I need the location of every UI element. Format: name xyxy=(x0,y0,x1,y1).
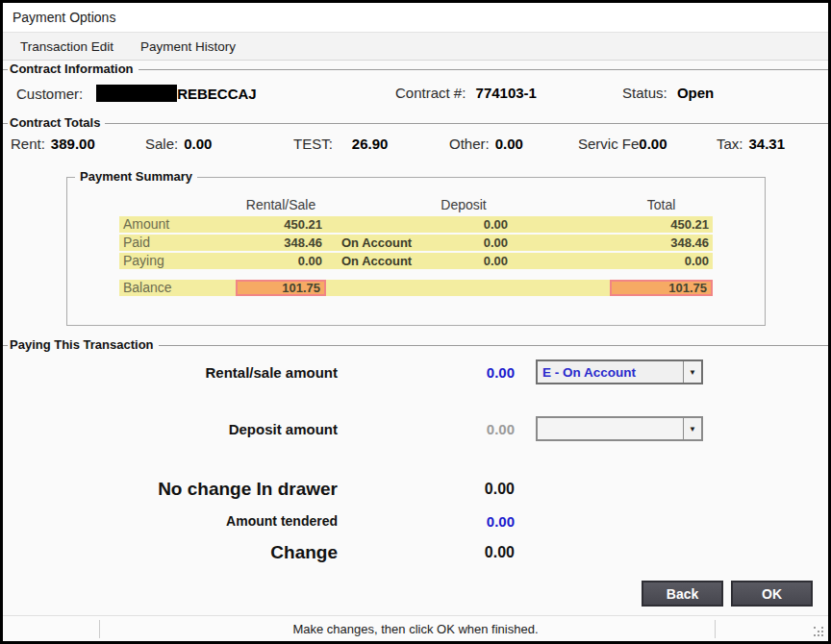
contract-number-label: Contract #: xyxy=(395,85,466,101)
amount-tendered-field[interactable]: 0.00 xyxy=(338,513,515,530)
sale-value: 0.00 xyxy=(184,136,212,152)
total-test: TEST:26.90 xyxy=(293,136,388,152)
total-service-fee: Servic Fe0.00 xyxy=(578,136,667,152)
paying-deposit: 0.00 xyxy=(416,253,512,269)
payment-summary-table: Rental/Sale Deposit Total Amount 450.21 … xyxy=(119,197,715,298)
summary-row-paid: Paid 348.46 On Account 0.00 348.46 xyxy=(119,235,715,251)
payment-options-window: Payment Options Transaction Edit Payment… xyxy=(0,0,831,644)
contract-totals-header: Contract Totals xyxy=(3,116,828,131)
menu-payment-history[interactable]: Payment History xyxy=(131,35,245,59)
service-fee-label: Servic Fe xyxy=(578,136,639,152)
rental-sale-amount-row: Rental/sale amount 0.00 E - On Account ▼ xyxy=(3,359,828,385)
col-total: Total xyxy=(610,197,713,216)
paid-rental: 348.46 xyxy=(236,235,326,251)
tax-label: Tax: xyxy=(717,136,743,152)
change-row: Change 0.00 xyxy=(3,539,828,566)
service-fee-value: 0.00 xyxy=(639,136,667,152)
amount-tendered-row: Amount tendered 0.00 xyxy=(3,508,828,534)
title-bar: Payment Options xyxy=(3,3,828,32)
balance-row-label: Balance xyxy=(119,280,236,296)
customer-field: Customer: REBECCAJ xyxy=(16,85,257,102)
other-value: 0.00 xyxy=(495,136,523,152)
summary-row-amount: Amount 450.21 0.00 450.21 xyxy=(119,216,715,233)
total-sale: Sale:0.00 xyxy=(145,136,212,152)
col-rental-sale: Rental/Sale xyxy=(236,197,326,216)
summary-row-paying: Paying 0.00 On Account 0.00 0.00 xyxy=(119,253,715,269)
status-message: Make changes, then click OK when finishe… xyxy=(3,622,828,636)
summary-row-balance: Balance 101.75 101.75 xyxy=(119,280,715,296)
rent-label: Rent: xyxy=(11,136,45,152)
dropdown-arrow-icon[interactable]: ▼ xyxy=(683,361,701,383)
deposit-amount-label: Deposit amount xyxy=(3,421,338,437)
amount-deposit: 0.00 xyxy=(416,216,512,233)
tax-value: 34.31 xyxy=(749,136,786,152)
paying-method: On Account xyxy=(326,253,416,269)
change-label: Change xyxy=(3,542,338,563)
window-title: Payment Options xyxy=(13,10,115,25)
summary-header-row: Rental/Sale Deposit Total xyxy=(119,197,715,216)
paying-section-header-wrap: Paying This Transaction xyxy=(3,338,828,353)
menu-bar: Transaction Edit Payment History xyxy=(3,32,828,61)
deposit-amount-field: 0.00 xyxy=(338,421,515,437)
rental-payment-method-value: E - On Account xyxy=(538,365,683,380)
paying-row-label: Paying xyxy=(119,253,236,269)
amount-method xyxy=(326,216,416,233)
paid-total: 348.46 xyxy=(610,235,713,251)
status-bar: Make changes, then click OK when finishe… xyxy=(3,615,828,641)
paid-row-label: Paid xyxy=(119,235,236,251)
total-rent: Rent:389.00 xyxy=(11,136,95,152)
status-label: Status: xyxy=(622,85,667,101)
col-deposit: Deposit xyxy=(416,197,512,216)
contract-information-row: Customer: REBECCAJ Contract #: 774103-1 … xyxy=(3,83,828,108)
contract-totals-title: Contract Totals xyxy=(8,115,105,130)
customer-label: Customer: xyxy=(16,86,83,102)
contract-information-title: Contract Information xyxy=(8,62,138,76)
rental-sale-amount-field[interactable]: 0.00 xyxy=(338,364,515,381)
payment-summary-groupbox: Payment Summary Rental/Sale Deposit Tota… xyxy=(66,177,766,326)
contract-totals-section: Contract Totals Rent:389.00 Sale:0.00 TE… xyxy=(3,116,828,159)
menu-transaction-edit[interactable]: Transaction Edit xyxy=(11,35,123,59)
total-other: Other:0.00 xyxy=(449,136,523,152)
rental-sale-amount-label: Rental/sale amount xyxy=(3,364,338,381)
paying-total: 0.00 xyxy=(610,253,713,269)
amount-row-label: Amount xyxy=(119,216,236,233)
payment-summary-title: Payment Summary xyxy=(75,169,197,184)
balance-rental: 101.75 xyxy=(236,280,326,296)
amount-tendered-label: Amount tendered xyxy=(3,513,338,529)
amount-total: 450.21 xyxy=(610,216,713,233)
contract-information-section: Contract Information Customer: REBECCAJ … xyxy=(3,62,828,108)
dropdown-arrow-icon[interactable]: ▼ xyxy=(683,418,701,439)
customer-value: REBECCAJ xyxy=(177,86,257,102)
test-value: 26.90 xyxy=(352,136,389,152)
deposit-payment-method-dropdown[interactable]: ▼ xyxy=(536,416,703,441)
back-button[interactable]: Back xyxy=(642,581,723,607)
rental-payment-method-dropdown[interactable]: E - On Account ▼ xyxy=(536,359,703,384)
contract-number-field: Contract #: 774103-1 xyxy=(395,85,537,101)
contract-totals-row: Rent:389.00 Sale:0.00 TEST:26.90 Other:0… xyxy=(3,136,828,159)
paid-method: On Account xyxy=(326,235,416,251)
amount-rental: 450.21 xyxy=(236,216,326,233)
other-label: Other: xyxy=(449,136,490,152)
change-value: 0.00 xyxy=(338,544,515,561)
status-field: Status: Open xyxy=(622,85,714,101)
paying-section-header: Paying This Transaction xyxy=(3,338,828,353)
status-value: Open xyxy=(677,85,714,101)
paying-section-title: Paying This Transaction xyxy=(8,337,159,352)
total-tax: Tax:34.31 xyxy=(717,136,785,152)
sale-label: Sale: xyxy=(145,136,178,152)
no-change-drawer-label: No change In drawer xyxy=(3,479,338,500)
paid-deposit: 0.00 xyxy=(416,235,512,251)
test-label: TEST: xyxy=(293,136,333,152)
contract-number-value: 774103-1 xyxy=(476,85,537,101)
resize-grip-icon[interactable] xyxy=(813,626,825,638)
deposit-amount-row: Deposit amount 0.00 ▼ xyxy=(3,415,828,442)
balance-total: 101.75 xyxy=(610,280,713,296)
rent-value: 389.00 xyxy=(51,136,95,152)
contract-information-header: Contract Information xyxy=(3,62,828,77)
no-change-drawer-value: 0.00 xyxy=(338,481,515,498)
no-change-drawer-row: No change In drawer 0.00 xyxy=(3,476,828,503)
paying-rental: 0.00 xyxy=(236,253,326,269)
ok-button[interactable]: OK xyxy=(731,581,813,607)
customer-name-redacted xyxy=(96,85,177,102)
